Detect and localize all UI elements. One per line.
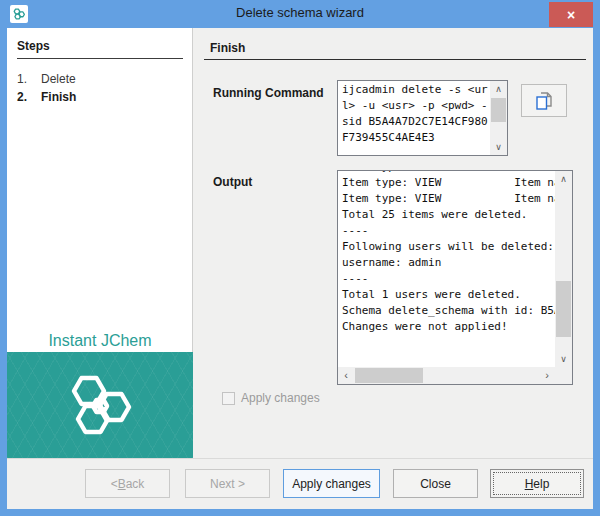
steps-divider <box>17 58 183 59</box>
output-text: Item type: VIEW Item name Item type: VIE… <box>338 170 555 335</box>
scrollbar-thumb[interactable] <box>556 281 571 337</box>
window-title: Delete schema wizard <box>0 5 600 20</box>
command-vertical-scrollbar[interactable]: ∧ ∨ <box>490 81 507 155</box>
scrollbar-thumb[interactable] <box>355 368 423 383</box>
step-label: Delete <box>41 72 76 86</box>
panel-heading: Finish <box>210 41 245 55</box>
output-label: Output <box>213 175 252 189</box>
button-label: Close <box>420 477 451 491</box>
output-horizontal-scrollbar[interactable]: ‹ › <box>338 367 555 384</box>
step-item-finish: 2.Finish <box>17 90 76 104</box>
output-vertical-scrollbar[interactable]: ∧ ∨ <box>555 171 572 367</box>
steps-sidebar: Steps 1.Delete 2.Finish Instant JChem <box>7 28 193 458</box>
running-command-textarea[interactable]: ijcadmin delete -s <ur l> -u <usr> -p <p… <box>337 80 508 156</box>
step-label: Finish <box>41 90 76 104</box>
button-label: < <box>111 477 118 491</box>
close-dialog-button[interactable]: Close <box>393 469 478 498</box>
button-label: Next > <box>210 477 245 491</box>
checkbox-label: Apply changes <box>241 391 320 405</box>
close-button[interactable]: × <box>549 2 593 27</box>
help-button[interactable]: Help <box>490 469 584 498</box>
step-number: 2. <box>17 90 41 104</box>
scroll-up-icon[interactable]: ∧ <box>490 81 507 97</box>
running-command-text: ijcadmin delete -s <ur l> -u <usr> -p <p… <box>338 81 490 146</box>
title-bar: Delete schema wizard × <box>0 0 600 28</box>
copy-icon <box>533 90 555 112</box>
button-mnemonic: B <box>118 477 126 491</box>
scroll-left-icon[interactable]: ‹ <box>338 367 354 384</box>
button-label: Apply changes <box>292 477 371 491</box>
close-icon: × <box>567 7 575 23</box>
button-label: ack <box>126 477 145 491</box>
steps-title: Steps <box>17 39 50 53</box>
brand-name: Instant JChem <box>7 332 193 350</box>
running-command-label: Running Command <box>213 86 324 100</box>
scroll-down-icon[interactable]: ∨ <box>490 139 507 155</box>
button-label: elp <box>533 477 549 491</box>
next-button[interactable]: Next > <box>185 469 270 498</box>
scroll-down-icon[interactable]: ∨ <box>555 351 572 367</box>
finish-panel: Finish Running Command ijcadmin delete -… <box>194 28 593 458</box>
output-textarea[interactable]: Item type: VIEW Item name Item type: VIE… <box>337 170 573 385</box>
apply-changes-checkbox-row[interactable]: Apply changes <box>222 391 320 405</box>
back-button[interactable]: < Back <box>85 469 170 498</box>
brand-banner <box>7 352 193 458</box>
panel-divider <box>204 59 586 60</box>
button-mnemonic: H <box>525 477 534 491</box>
checkbox[interactable] <box>222 392 235 405</box>
hexagon-cluster-logo <box>62 369 138 441</box>
scroll-right-icon[interactable]: › <box>539 367 555 384</box>
apply-changes-button[interactable]: Apply changes <box>283 469 380 498</box>
scrollbar-thumb[interactable] <box>491 98 506 122</box>
scrollbar-corner <box>555 367 572 384</box>
copy-command-button[interactable] <box>521 84 567 117</box>
scroll-up-icon[interactable]: ∧ <box>555 171 572 187</box>
button-bar: < Back Next > Apply changes Close Help <box>7 458 593 509</box>
step-number: 1. <box>17 72 41 86</box>
step-item-delete: 1.Delete <box>17 72 76 86</box>
dialog-content: Steps 1.Delete 2.Finish Instant JChem Fi… <box>7 28 593 458</box>
